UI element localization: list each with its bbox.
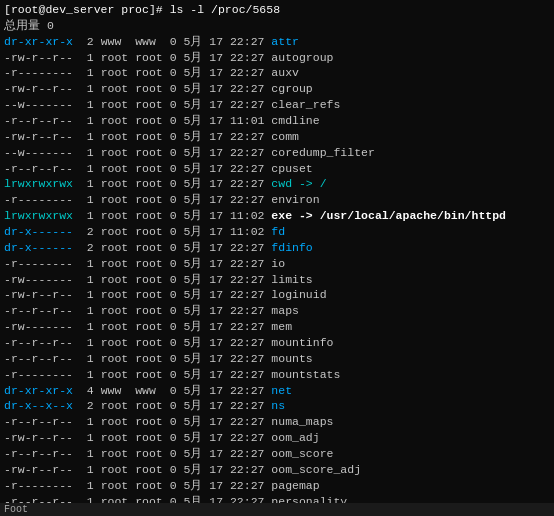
- file-line: dr-x--x--x 2 root root 0 5月 17 22:27 ns: [4, 398, 550, 414]
- file-line: -r--r--r-- 1 root root 0 5月 17 11:01 cmd…: [4, 113, 550, 129]
- file-line: -r-------- 1 root root 0 5月 17 22:27 mou…: [4, 367, 550, 383]
- footer-text: Foot: [4, 504, 28, 515]
- file-line: -r--r--r-- 1 root root 0 5月 17 22:27 mou…: [4, 351, 550, 367]
- file-line: -r-------- 1 root root 0 5月 17 22:27 env…: [4, 192, 550, 208]
- file-line: --w------- 1 root root 0 5月 17 22:27 cor…: [4, 145, 550, 161]
- file-line: dr-x------ 2 root root 0 5月 17 22:27 fdi…: [4, 240, 550, 256]
- file-listing: dr-xr-xr-x 2 www www 0 5月 17 22:27 attr-…: [4, 34, 550, 516]
- file-line: -r--r--r-- 1 root root 0 5月 17 22:27 num…: [4, 414, 550, 430]
- file-line: -r--r--r-- 1 root root 0 5月 17 22:27 cpu…: [4, 161, 550, 177]
- file-line: -r--r--r-- 1 root root 0 5月 17 22:27 map…: [4, 303, 550, 319]
- header-line: 总用量 0: [4, 18, 550, 34]
- file-line: -rw-r--r-- 1 root root 0 5月 17 22:27 cgr…: [4, 81, 550, 97]
- file-line: dr-xr-xr-x 4 www www 0 5月 17 22:27 net: [4, 383, 550, 399]
- file-line: -rw-r--r-- 1 root root 0 5月 17 22:27 com…: [4, 129, 550, 145]
- terminal-window: [root@dev_server proc]# ls -l /proc/5658…: [0, 0, 554, 516]
- file-line: -rw-r--r-- 1 root root 0 5月 17 22:27 aut…: [4, 50, 550, 66]
- file-line: lrwxrwxrwx 1 root root 0 5月 17 22:27 cwd…: [4, 176, 550, 192]
- file-line: -rw------- 1 root root 0 5月 17 22:27 lim…: [4, 272, 550, 288]
- file-line: -r--r--r-- 1 root root 0 5月 17 22:27 oom…: [4, 446, 550, 462]
- file-line: -rw-r--r-- 1 root root 0 5月 17 22:27 oom…: [4, 462, 550, 478]
- file-line: -r--r--r-- 1 root root 0 5月 17 22:27 mou…: [4, 335, 550, 351]
- file-line: --w------- 1 root root 0 5月 17 22:27 cle…: [4, 97, 550, 113]
- file-line: -rw-r--r-- 1 root root 0 5月 17 22:27 oom…: [4, 430, 550, 446]
- file-line: -rw------- 1 root root 0 5月 17 22:27 mem: [4, 319, 550, 335]
- file-line: -r-------- 1 root root 0 5月 17 22:27 aux…: [4, 65, 550, 81]
- footer-bar: Foot: [0, 503, 554, 516]
- file-line: lrwxrwxrwx 1 root root 0 5月 17 11:02 exe…: [4, 208, 550, 224]
- file-line: -r-------- 1 root root 0 5月 17 22:27 pag…: [4, 478, 550, 494]
- file-line: -r-------- 1 root root 0 5月 17 22:27 io: [4, 256, 550, 272]
- prompt-line: [root@dev_server proc]# ls -l /proc/5658: [4, 2, 550, 18]
- file-line: -rw-r--r-- 1 root root 0 5月 17 22:27 log…: [4, 287, 550, 303]
- file-line: dr-xr-xr-x 2 www www 0 5月 17 22:27 attr: [4, 34, 550, 50]
- file-line: dr-x------ 2 root root 0 5月 17 11:02 fd: [4, 224, 550, 240]
